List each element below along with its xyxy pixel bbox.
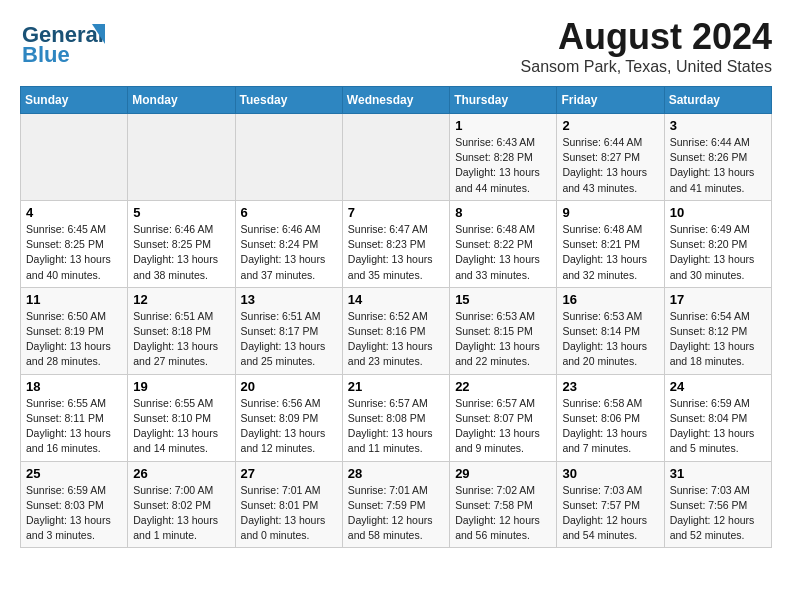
day-number: 21 [348,379,444,394]
day-info: Sunrise: 6:55 AMSunset: 8:11 PMDaylight:… [26,396,122,457]
calendar-cell: 24Sunrise: 6:59 AMSunset: 8:04 PMDayligh… [664,374,771,461]
calendar-cell: 26Sunrise: 7:00 AMSunset: 8:02 PMDayligh… [128,461,235,548]
day-info: Sunrise: 7:00 AMSunset: 8:02 PMDaylight:… [133,483,229,544]
page-header: General Blue August 2024 Sansom Park, Te… [20,16,772,76]
day-info: Sunrise: 6:48 AMSunset: 8:21 PMDaylight:… [562,222,658,283]
calendar-title: August 2024 [521,16,772,58]
calendar-cell: 30Sunrise: 7:03 AMSunset: 7:57 PMDayligh… [557,461,664,548]
day-number: 26 [133,466,229,481]
col-saturday: Saturday [664,87,771,114]
calendar-table: Sunday Monday Tuesday Wednesday Thursday… [20,86,772,548]
day-info: Sunrise: 7:03 AMSunset: 7:56 PMDaylight:… [670,483,766,544]
day-number: 4 [26,205,122,220]
day-number: 2 [562,118,658,133]
logo-svg: General Blue [20,16,130,66]
day-info: Sunrise: 6:47 AMSunset: 8:23 PMDaylight:… [348,222,444,283]
col-wednesday: Wednesday [342,87,449,114]
calendar-cell: 14Sunrise: 6:52 AMSunset: 8:16 PMDayligh… [342,287,449,374]
calendar-cell: 17Sunrise: 6:54 AMSunset: 8:12 PMDayligh… [664,287,771,374]
title-block: August 2024 Sansom Park, Texas, United S… [521,16,772,76]
header-row: Sunday Monday Tuesday Wednesday Thursday… [21,87,772,114]
calendar-body: 1Sunrise: 6:43 AMSunset: 8:28 PMDaylight… [21,114,772,548]
day-number: 1 [455,118,551,133]
calendar-cell: 15Sunrise: 6:53 AMSunset: 8:15 PMDayligh… [450,287,557,374]
day-info: Sunrise: 6:51 AMSunset: 8:17 PMDaylight:… [241,309,337,370]
calendar-cell: 2Sunrise: 6:44 AMSunset: 8:27 PMDaylight… [557,114,664,201]
calendar-cell [235,114,342,201]
day-info: Sunrise: 6:58 AMSunset: 8:06 PMDaylight:… [562,396,658,457]
day-number: 12 [133,292,229,307]
calendar-cell: 27Sunrise: 7:01 AMSunset: 8:01 PMDayligh… [235,461,342,548]
calendar-cell: 6Sunrise: 6:46 AMSunset: 8:24 PMDaylight… [235,200,342,287]
day-number: 10 [670,205,766,220]
calendar-cell: 21Sunrise: 6:57 AMSunset: 8:08 PMDayligh… [342,374,449,461]
day-number: 13 [241,292,337,307]
calendar-cell [128,114,235,201]
calendar-cell: 1Sunrise: 6:43 AMSunset: 8:28 PMDaylight… [450,114,557,201]
day-number: 5 [133,205,229,220]
day-number: 28 [348,466,444,481]
calendar-cell: 13Sunrise: 6:51 AMSunset: 8:17 PMDayligh… [235,287,342,374]
calendar-cell: 22Sunrise: 6:57 AMSunset: 8:07 PMDayligh… [450,374,557,461]
day-info: Sunrise: 6:45 AMSunset: 8:25 PMDaylight:… [26,222,122,283]
day-number: 25 [26,466,122,481]
calendar-cell: 10Sunrise: 6:49 AMSunset: 8:20 PMDayligh… [664,200,771,287]
day-info: Sunrise: 6:50 AMSunset: 8:19 PMDaylight:… [26,309,122,370]
calendar-cell: 8Sunrise: 6:48 AMSunset: 8:22 PMDaylight… [450,200,557,287]
calendar-cell: 23Sunrise: 6:58 AMSunset: 8:06 PMDayligh… [557,374,664,461]
day-info: Sunrise: 6:49 AMSunset: 8:20 PMDaylight:… [670,222,766,283]
col-friday: Friday [557,87,664,114]
day-number: 3 [670,118,766,133]
col-sunday: Sunday [21,87,128,114]
calendar-subtitle: Sansom Park, Texas, United States [521,58,772,76]
calendar-header: Sunday Monday Tuesday Wednesday Thursday… [21,87,772,114]
calendar-cell: 5Sunrise: 6:46 AMSunset: 8:25 PMDaylight… [128,200,235,287]
day-info: Sunrise: 6:54 AMSunset: 8:12 PMDaylight:… [670,309,766,370]
day-info: Sunrise: 7:03 AMSunset: 7:57 PMDaylight:… [562,483,658,544]
day-info: Sunrise: 6:44 AMSunset: 8:27 PMDaylight:… [562,135,658,196]
day-info: Sunrise: 6:59 AMSunset: 8:03 PMDaylight:… [26,483,122,544]
day-number: 19 [133,379,229,394]
day-info: Sunrise: 7:02 AMSunset: 7:58 PMDaylight:… [455,483,551,544]
calendar-week-3: 11Sunrise: 6:50 AMSunset: 8:19 PMDayligh… [21,287,772,374]
col-tuesday: Tuesday [235,87,342,114]
calendar-cell [21,114,128,201]
svg-text:Blue: Blue [22,42,70,66]
day-info: Sunrise: 6:46 AMSunset: 8:25 PMDaylight:… [133,222,229,283]
calendar-cell: 16Sunrise: 6:53 AMSunset: 8:14 PMDayligh… [557,287,664,374]
calendar-cell: 20Sunrise: 6:56 AMSunset: 8:09 PMDayligh… [235,374,342,461]
day-number: 31 [670,466,766,481]
logo: General Blue [20,16,130,66]
calendar-cell: 31Sunrise: 7:03 AMSunset: 7:56 PMDayligh… [664,461,771,548]
day-number: 30 [562,466,658,481]
day-number: 20 [241,379,337,394]
day-info: Sunrise: 6:53 AMSunset: 8:15 PMDaylight:… [455,309,551,370]
day-info: Sunrise: 6:44 AMSunset: 8:26 PMDaylight:… [670,135,766,196]
day-number: 16 [562,292,658,307]
day-number: 9 [562,205,658,220]
day-info: Sunrise: 7:01 AMSunset: 8:01 PMDaylight:… [241,483,337,544]
day-info: Sunrise: 6:48 AMSunset: 8:22 PMDaylight:… [455,222,551,283]
day-number: 15 [455,292,551,307]
day-number: 17 [670,292,766,307]
day-number: 18 [26,379,122,394]
calendar-cell: 25Sunrise: 6:59 AMSunset: 8:03 PMDayligh… [21,461,128,548]
day-info: Sunrise: 6:52 AMSunset: 8:16 PMDaylight:… [348,309,444,370]
calendar-cell: 19Sunrise: 6:55 AMSunset: 8:10 PMDayligh… [128,374,235,461]
calendar-week-1: 1Sunrise: 6:43 AMSunset: 8:28 PMDaylight… [21,114,772,201]
day-info: Sunrise: 6:51 AMSunset: 8:18 PMDaylight:… [133,309,229,370]
calendar-cell: 29Sunrise: 7:02 AMSunset: 7:58 PMDayligh… [450,461,557,548]
day-info: Sunrise: 6:43 AMSunset: 8:28 PMDaylight:… [455,135,551,196]
col-thursday: Thursday [450,87,557,114]
calendar-cell: 28Sunrise: 7:01 AMSunset: 7:59 PMDayligh… [342,461,449,548]
calendar-cell: 4Sunrise: 6:45 AMSunset: 8:25 PMDaylight… [21,200,128,287]
calendar-cell: 3Sunrise: 6:44 AMSunset: 8:26 PMDaylight… [664,114,771,201]
day-number: 8 [455,205,551,220]
day-number: 11 [26,292,122,307]
day-number: 7 [348,205,444,220]
day-info: Sunrise: 6:46 AMSunset: 8:24 PMDaylight:… [241,222,337,283]
calendar-cell: 11Sunrise: 6:50 AMSunset: 8:19 PMDayligh… [21,287,128,374]
calendar-week-5: 25Sunrise: 6:59 AMSunset: 8:03 PMDayligh… [21,461,772,548]
calendar-cell: 12Sunrise: 6:51 AMSunset: 8:18 PMDayligh… [128,287,235,374]
day-info: Sunrise: 6:59 AMSunset: 8:04 PMDaylight:… [670,396,766,457]
